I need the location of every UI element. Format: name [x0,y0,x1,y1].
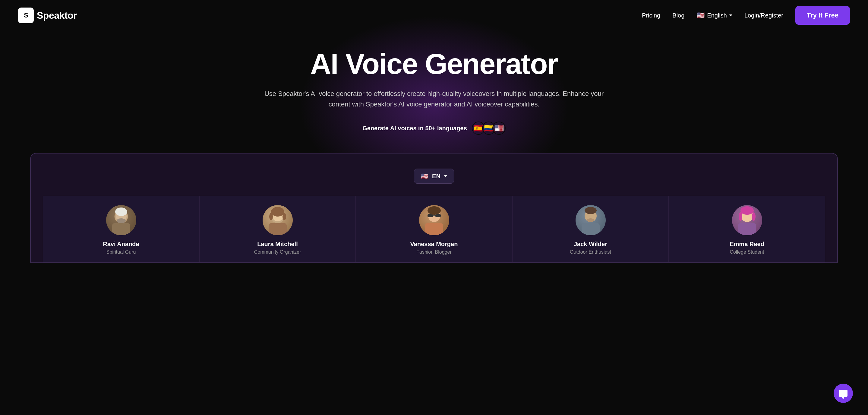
logo-name: Speaktor [37,10,77,21]
svg-point-26 [752,212,755,221]
language-selector[interactable]: 🇺🇸 English [696,11,732,19]
svg-rect-7 [269,223,287,235]
language-label: English [707,12,727,19]
svg-point-9 [271,207,284,216]
try-it-free-button[interactable]: Try It Free [795,6,850,25]
voice-name-emma: Emma Reed [730,241,764,247]
hero-title: AI Voice Generator [18,49,850,79]
voice-role-ravi: Spiritual Guru [106,249,136,255]
voice-card-ravi[interactable]: Ravi Ananda Spiritual Guru [43,196,199,262]
voice-name-laura: Laura Mitchell [257,241,298,247]
voice-card-emma[interactable]: Emma Reed College Student [669,196,825,262]
svg-rect-2 [112,223,130,235]
pricing-link[interactable]: Pricing [642,12,660,19]
voice-role-laura: Community Organizer [254,249,301,255]
device-frame: 🇺🇸 EN [30,153,838,263]
svg-point-5 [115,208,127,216]
svg-rect-22 [738,223,756,235]
app-lang-chevron-icon [444,175,447,177]
hero-section: AI Voice Generator Use Speaktor's AI voi… [0,31,868,263]
app-lang-flag: 🇺🇸 [421,173,428,180]
flag-circle-us: 🇺🇸 [492,122,506,135]
voice-avatar-emma [732,205,762,235]
svg-point-20 [585,207,597,214]
flag-stack: 🇪🇸 🇨🇴 🇺🇸 [472,122,506,135]
svg-point-24 [741,206,754,215]
hero-subtitle: Use Speaktor's AI voice generator to eff… [253,88,615,110]
login-register-link[interactable]: Login/Register [744,12,783,19]
language-flag: 🇺🇸 [696,11,705,19]
svg-rect-14 [428,214,433,217]
voice-name-ravi: Ravi Ananda [103,241,139,247]
app-lang-label: EN [432,173,440,180]
svg-point-10 [269,213,273,220]
nav-links: Pricing Blog 🇺🇸 English Login/Register T… [642,6,850,25]
voice-avatar-ravi [106,205,136,235]
voice-card-laura[interactable]: Laura Mitchell Community Organizer [199,196,356,262]
voice-card-jack[interactable]: Jack Wilder Outdoor Enthusiast [512,196,669,262]
voice-avatar-laura [262,205,293,235]
app-inner: 🇺🇸 EN [43,169,825,262]
voice-card-vanessa[interactable]: Vanessa Morgan Fashion Blogger [356,196,512,262]
svg-rect-12 [425,223,443,235]
voice-cards-row: Ravi Ananda Spiritual Guru [43,196,825,262]
languages-row: Generate AI voices in 50+ languages 🇪🇸 🇨… [18,122,850,135]
app-language-dropdown[interactable]: 🇺🇸 EN [414,169,454,184]
voice-avatar-vanessa [419,205,449,235]
voice-role-vanessa: Fashion Blogger [416,249,452,255]
chat-button[interactable] [834,384,853,403]
voice-role-jack: Outdoor Enthusiast [570,249,611,255]
svg-point-4 [117,218,126,223]
logo-icon: S [18,7,34,23]
logo[interactable]: S Speaktor [18,7,77,23]
svg-point-11 [282,213,286,220]
voice-avatar-jack [576,205,606,235]
svg-point-21 [587,218,594,222]
chevron-down-icon [729,14,732,16]
voice-name-vanessa: Vanessa Morgan [410,241,458,247]
svg-point-25 [739,212,742,221]
blog-link[interactable]: Blog [672,12,684,19]
app-preview: 🇺🇸 EN [30,153,838,263]
svg-rect-18 [582,223,600,235]
languages-text: Generate AI voices in 50+ languages [362,125,467,132]
voice-name-jack: Jack Wilder [574,241,607,247]
navbar: S Speaktor Pricing Blog 🇺🇸 English Login… [0,0,868,31]
svg-point-17 [428,206,441,215]
voice-role-emma: College Student [730,249,764,255]
chat-icon [839,390,847,397]
svg-rect-15 [435,214,441,217]
